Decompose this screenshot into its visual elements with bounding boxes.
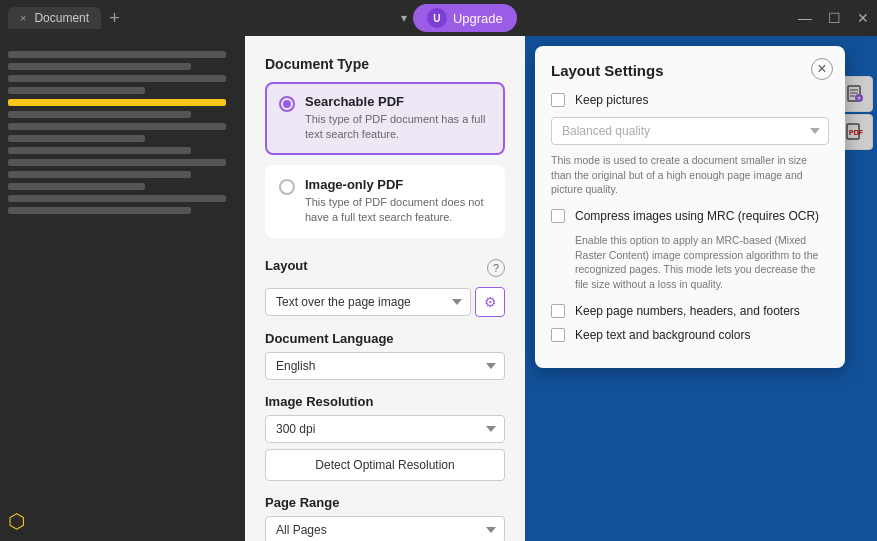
close-button[interactable]: ✕ bbox=[857, 10, 869, 26]
image-only-pdf-option[interactable]: Image-only PDF This type of PDF document… bbox=[265, 165, 505, 238]
new-tab-button[interactable]: + bbox=[109, 8, 120, 29]
preview-line bbox=[8, 195, 226, 202]
upgrade-button[interactable]: U Upgrade bbox=[413, 4, 517, 32]
doc-language-label: Document Language bbox=[265, 331, 505, 346]
searchable-pdf-option[interactable]: Searchable PDF This type of PDF document… bbox=[265, 82, 505, 155]
upgrade-label: Upgrade bbox=[453, 11, 503, 26]
tab-label: Document bbox=[34, 11, 89, 25]
image-resolution-label: Image Resolution bbox=[265, 394, 505, 409]
main-content: ⬡ Document Type Searchable PDF This type… bbox=[0, 36, 877, 541]
active-tab[interactable]: × Document bbox=[8, 7, 101, 29]
compress-description: Enable this option to apply an MRC-based… bbox=[551, 233, 829, 292]
title-bar: × Document + ▾ U Upgrade — ☐ ✕ bbox=[0, 0, 877, 36]
keep-pictures-label: Keep pictures bbox=[575, 93, 648, 107]
quality-select[interactable]: Balanced quality bbox=[551, 117, 829, 145]
radio-searchable bbox=[279, 96, 295, 112]
keep-numbers-label: Keep page numbers, headers, and footers bbox=[575, 304, 800, 318]
searchable-pdf-desc: This type of PDF document has a full tex… bbox=[305, 112, 491, 143]
doc-type-title: Document Type bbox=[265, 56, 505, 72]
panel-title: Layout Settings bbox=[551, 62, 829, 79]
preview-line bbox=[8, 147, 191, 154]
keep-text-colors-checkbox[interactable] bbox=[551, 328, 565, 342]
image-only-pdf-info: Image-only PDF This type of PDF document… bbox=[305, 177, 491, 226]
preview-line bbox=[8, 135, 145, 142]
language-select[interactable]: English bbox=[265, 352, 505, 380]
preview-line bbox=[8, 171, 191, 178]
keep-numbers-row: Keep page numbers, headers, and footers bbox=[551, 304, 829, 318]
image-only-pdf-label: Image-only PDF bbox=[305, 177, 491, 192]
maximize-button[interactable]: ☐ bbox=[828, 10, 841, 26]
doc-type-options: Searchable PDF This type of PDF document… bbox=[265, 82, 505, 238]
compress-images-row: Compress images using MRC (requires OCR) bbox=[551, 209, 829, 223]
searchable-pdf-label: Searchable PDF bbox=[305, 94, 491, 109]
preview-line bbox=[8, 159, 226, 166]
keep-pictures-row: Keep pictures bbox=[551, 93, 829, 107]
radio-image-only bbox=[279, 179, 295, 195]
layout-select-row: Text over the page image ⚙ bbox=[265, 287, 505, 317]
resolution-select[interactable]: 300 dpi bbox=[265, 415, 505, 443]
quality-description: This mode is used to create a document s… bbox=[551, 153, 829, 197]
layout-header: Layout ? bbox=[265, 258, 505, 279]
preview-line bbox=[8, 183, 145, 190]
layout-label: Layout bbox=[265, 258, 308, 273]
title-bar-right: — ☐ ✕ bbox=[798, 10, 869, 26]
gear-button[interactable]: ⚙ bbox=[475, 287, 505, 317]
keep-pictures-checkbox[interactable] bbox=[551, 93, 565, 107]
panel-close-button[interactable]: × bbox=[811, 58, 833, 80]
layout-section: Layout ? Text over the page image ⚙ bbox=[265, 258, 505, 317]
dropdown-arrow-icon[interactable]: ▾ bbox=[401, 11, 407, 25]
title-bar-left: × Document + bbox=[8, 7, 120, 29]
searchable-pdf-info: Searchable PDF This type of PDF document… bbox=[305, 94, 491, 143]
page-range-section: Page Range All Pages — bbox=[265, 495, 505, 541]
doc-language-section: Document Language English bbox=[265, 331, 505, 380]
image-only-pdf-desc: This type of PDF document does not have … bbox=[305, 195, 491, 226]
preview-line bbox=[8, 111, 191, 118]
detect-resolution-button[interactable]: Detect Optimal Resolution bbox=[265, 449, 505, 481]
preview-line bbox=[8, 123, 226, 130]
compress-images-checkbox[interactable] bbox=[551, 209, 565, 223]
preview-line bbox=[8, 63, 191, 70]
minimize-button[interactable]: — bbox=[798, 10, 812, 26]
compress-images-label: Compress images using MRC (requires OCR) bbox=[575, 209, 819, 223]
keep-text-colors-label: Keep text and background colors bbox=[575, 328, 750, 342]
keep-numbers-checkbox[interactable] bbox=[551, 304, 565, 318]
image-resolution-section: Image Resolution 300 dpi Detect Optimal … bbox=[265, 394, 505, 481]
preview-line bbox=[8, 207, 191, 214]
loading-indicator: ⬡ bbox=[8, 509, 25, 533]
document-sidebar: ⬡ bbox=[0, 36, 245, 541]
document-preview bbox=[0, 36, 245, 234]
preview-line bbox=[8, 75, 226, 82]
preview-line bbox=[8, 99, 226, 106]
layout-settings-overlay: Layout Settings × Keep pictures Balanced… bbox=[525, 36, 877, 541]
layout-settings-panel: Layout Settings × Keep pictures Balanced… bbox=[535, 46, 845, 368]
title-bar-center: ▾ U Upgrade bbox=[401, 4, 517, 32]
settings-panel: Document Type Searchable PDF This type o… bbox=[245, 36, 525, 541]
avatar: U bbox=[427, 8, 447, 28]
layout-select[interactable]: Text over the page image bbox=[265, 288, 471, 316]
preview-line bbox=[8, 87, 145, 94]
keep-text-colors-row: Keep text and background colors bbox=[551, 328, 829, 342]
preview-line bbox=[8, 51, 226, 58]
tab-close[interactable]: × bbox=[20, 12, 26, 24]
page-range-label: Page Range bbox=[265, 495, 505, 510]
help-icon[interactable]: ? bbox=[487, 259, 505, 277]
right-panel: PDF A Layout Settings × Keep bbox=[525, 36, 877, 541]
page-range-select[interactable]: All Pages bbox=[265, 516, 505, 541]
